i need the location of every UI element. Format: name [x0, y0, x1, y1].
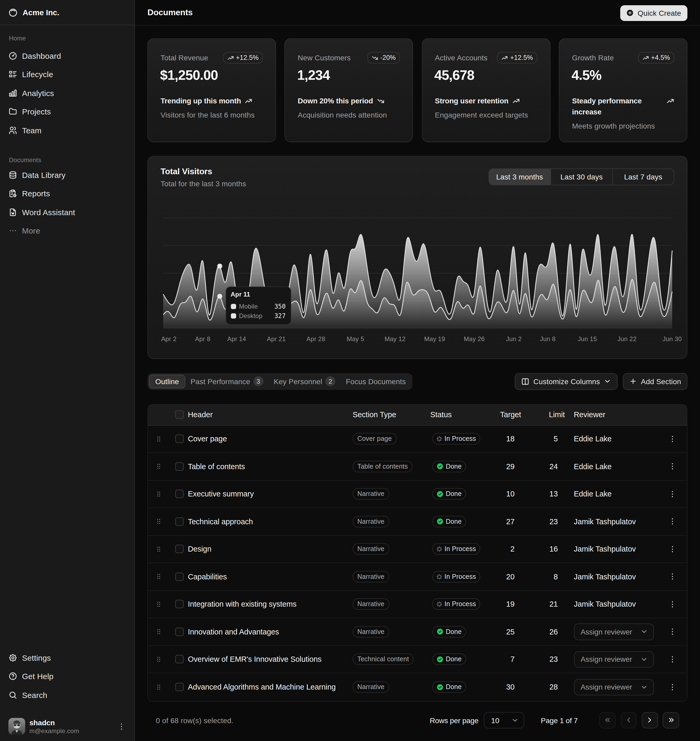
sidebar-item-dashboard[interactable]: Dashboard	[4, 47, 130, 64]
sidebar-item-team[interactable]: Team	[4, 122, 130, 138]
cell-header[interactable]: Advanced Algorithms and Machine Learning	[188, 683, 349, 691]
sidebar-item-analytics[interactable]: Analytics	[4, 84, 130, 101]
range-option-last-30-days[interactable]: Last 30 days	[550, 169, 612, 185]
row-checkbox[interactable]	[175, 435, 184, 443]
row-menu-button[interactable]	[665, 597, 679, 612]
cell-header[interactable]: Cover page	[188, 435, 349, 443]
row-checkbox[interactable]	[175, 628, 184, 636]
row-menu-button[interactable]	[665, 487, 679, 501]
cell-limit[interactable]: 21	[549, 600, 562, 609]
first-page-button[interactable]	[600, 712, 616, 728]
cell-header[interactable]: Integration with existing systems	[188, 600, 349, 609]
cell-header[interactable]: Overview of EMR's Innovative Solutions	[188, 655, 349, 664]
brand[interactable]: Acme Inc.	[9, 7, 59, 17]
area-chart[interactable]: Apr 2Apr 8Apr 14Apr 21Apr 28May 5May 12M…	[160, 215, 675, 346]
drag-handle[interactable]	[154, 463, 162, 470]
stat-footer-desc: Meets growth projections	[572, 121, 674, 131]
tab-past-performance[interactable]: Past Performance3	[185, 375, 268, 388]
cell-limit[interactable]: 5	[554, 435, 562, 443]
cell-limit[interactable]: 28	[549, 683, 562, 691]
stat-card-footer: Down 20% this period Acquisition needs a…	[298, 96, 400, 121]
last-page-button[interactable]	[663, 712, 679, 728]
drag-handle[interactable]	[154, 600, 162, 608]
select-all-checkbox[interactable]	[175, 410, 184, 419]
row-checkbox[interactable]	[175, 545, 184, 553]
assign-reviewer-select[interactable]: Assign reviewer	[574, 623, 654, 640]
add-section-button[interactable]: Add Section	[623, 373, 687, 390]
row-menu-button[interactable]	[665, 542, 679, 557]
cell-limit[interactable]: 26	[549, 628, 562, 636]
sidebar-item-word-assistant[interactable]: Word Assistant	[4, 204, 130, 221]
cell-target[interactable]: 19	[506, 600, 518, 609]
row-checkbox[interactable]	[175, 573, 184, 581]
cell-target[interactable]: 30	[506, 683, 518, 691]
stat-label: Total Revenue	[160, 54, 208, 62]
row-menu-button[interactable]	[665, 652, 679, 667]
range-option-last-7-days[interactable]: Last 7 days	[612, 169, 674, 185]
drag-handle[interactable]	[154, 490, 162, 498]
prev-page-button[interactable]	[621, 712, 637, 728]
row-checkbox[interactable]	[175, 462, 184, 471]
cell-header[interactable]: Design	[188, 545, 349, 553]
sidebar-item-projects[interactable]: Projects	[4, 103, 130, 120]
cell-header[interactable]: Executive summary	[188, 490, 349, 498]
quick-create-button[interactable]: Quick Create	[620, 5, 687, 21]
ellipsis-vertical-icon[interactable]	[117, 722, 126, 731]
cell-header[interactable]: Innovation and Advantages	[188, 628, 349, 636]
next-page-button[interactable]	[642, 712, 658, 728]
cell-target[interactable]: 10	[506, 490, 518, 498]
row-checkbox[interactable]	[175, 683, 184, 691]
drag-handle[interactable]	[154, 656, 162, 663]
rows-per-page-select[interactable]: 10	[484, 712, 524, 728]
cell-limit[interactable]: 16	[549, 545, 562, 553]
row-menu-button[interactable]	[665, 625, 679, 639]
assign-reviewer-select[interactable]: Assign reviewer	[574, 679, 654, 695]
assign-reviewer-select[interactable]: Assign reviewer	[574, 651, 654, 667]
drag-handle[interactable]	[154, 545, 162, 553]
sidebar-item-data-library[interactable]: Data Library	[4, 167, 130, 184]
row-menu-button[interactable]	[665, 432, 679, 446]
cell-limit[interactable]: 23	[549, 518, 562, 526]
drag-handle[interactable]	[154, 628, 162, 636]
sidebar-item-search[interactable]: Search	[4, 687, 130, 703]
cell-target[interactable]: 18	[506, 435, 518, 443]
cell-header[interactable]: Table of contents	[188, 462, 349, 471]
user-menu[interactable]: shadcn m@example.com	[4, 716, 130, 737]
row-checkbox[interactable]	[175, 518, 184, 526]
cell-target[interactable]: 20	[506, 573, 518, 581]
cell-target[interactable]: 29	[506, 462, 518, 471]
drag-handle[interactable]	[154, 435, 162, 443]
cell-limit[interactable]: 24	[549, 462, 562, 471]
cell-target[interactable]: 2	[510, 545, 518, 553]
sidebar-item-lifecycle[interactable]: Lifecycle	[4, 66, 130, 83]
cell-limit[interactable]: 23	[549, 655, 562, 664]
sidebar-item-get-help[interactable]: Get Help	[4, 668, 130, 685]
sidebar-item-settings[interactable]: Settings	[4, 649, 130, 666]
row-checkbox[interactable]	[175, 490, 184, 498]
drag-handle[interactable]	[154, 683, 162, 691]
tab-outline[interactable]: Outline	[149, 375, 185, 388]
pagination: 0 of 68 row(s) selected. Rows per page 1…	[147, 712, 687, 728]
range-option-last-3-months[interactable]: Last 3 months	[489, 169, 550, 185]
cell-header[interactable]: Technical approach	[188, 518, 349, 526]
tab-key-personnel[interactable]: Key Personnel2	[268, 375, 341, 388]
row-checkbox[interactable]	[175, 655, 184, 664]
cell-target[interactable]: 7	[510, 655, 518, 664]
row-menu-button[interactable]	[665, 569, 679, 584]
sidebar-item-reports[interactable]: Reports	[4, 185, 130, 202]
table-row: Advanced Algorithms and Machine Learning…	[148, 673, 687, 701]
drag-handle[interactable]	[154, 518, 162, 526]
cell-target[interactable]: 25	[506, 628, 518, 636]
drag-handle[interactable]	[154, 573, 162, 581]
row-menu-button[interactable]	[665, 680, 679, 695]
row-menu-button[interactable]	[665, 514, 679, 529]
cell-limit[interactable]: 8	[554, 573, 562, 581]
cell-limit[interactable]: 13	[549, 490, 562, 498]
row-checkbox[interactable]	[175, 600, 184, 609]
cell-target[interactable]: 27	[506, 518, 518, 526]
row-menu-button[interactable]	[665, 459, 679, 474]
cell-header[interactable]: Capabilities	[188, 573, 349, 581]
sidebar-item-more[interactable]: More	[4, 222, 130, 239]
tab-focus-documents[interactable]: Focus Documents	[341, 375, 411, 388]
customize-columns-button[interactable]: Customize Columns	[515, 373, 618, 390]
